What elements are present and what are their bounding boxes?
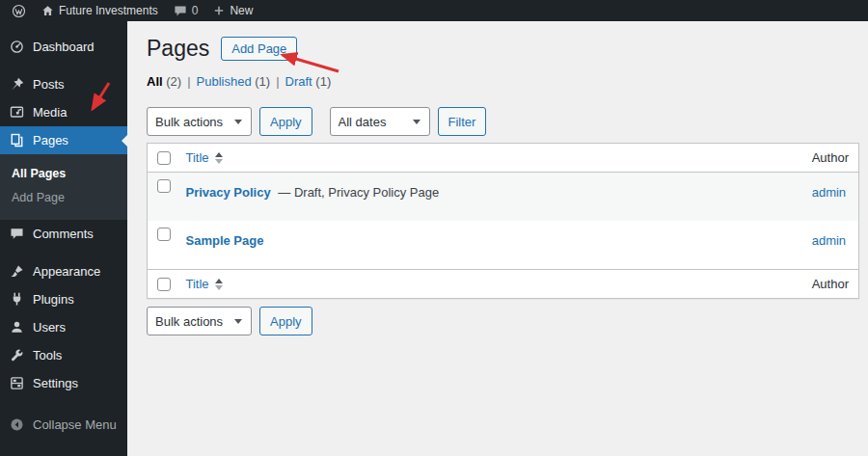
sidebar-item-label: Pages — [33, 134, 68, 148]
new-label: New — [230, 4, 253, 17]
table-row: Privacy Policy — Draft, Privacy Policy P… — [148, 173, 859, 222]
sidebar-item-label: Plugins — [33, 293, 74, 307]
users-icon — [10, 320, 24, 335]
filter-published-count: (1) — [255, 74, 270, 89]
select-all-checkbox[interactable] — [157, 151, 171, 165]
sidebar-item-label: Tools — [33, 349, 62, 362]
sidebar-item-label: Settings — [33, 377, 78, 390]
filter-draft-count: (1) — [315, 74, 331, 89]
sort-indicator-icon — [215, 279, 223, 290]
pin-icon — [10, 77, 24, 92]
sidebar-item-tools[interactable]: Tools — [0, 341, 127, 369]
add-page-button[interactable]: Add Page — [221, 37, 297, 61]
admin-bar-new[interactable]: New — [205, 0, 260, 21]
column-author-footer: Author — [802, 270, 859, 299]
sidebar-item-users[interactable]: Users — [0, 313, 127, 341]
table-row: Sample Page admin — [148, 221, 859, 270]
column-title-header: Title — [176, 144, 802, 173]
table-footer-row: Title Author — [148, 270, 859, 299]
filter-separator: | — [276, 74, 279, 89]
plugin-icon — [10, 292, 24, 307]
filter-button[interactable]: Filter — [438, 107, 487, 136]
sidebar-item-media[interactable]: Media — [0, 98, 127, 126]
row-checkbox[interactable] — [157, 179, 171, 193]
tools-icon — [10, 348, 24, 362]
sidebar-item-label: Media — [33, 106, 67, 120]
filter-all-label: All — [147, 74, 163, 89]
sidebar-item-comments[interactable]: Comments — [0, 220, 127, 248]
filter-published-link[interactable]: Published (1) — [197, 74, 271, 89]
row-title-cell: Sample Page — [176, 221, 802, 270]
sidebar-item-label: Posts — [33, 78, 65, 92]
filter-separator: | — [187, 74, 190, 89]
comments-count: 0 — [192, 4, 199, 17]
sidebar-item-dashboard[interactable]: Dashboard — [0, 33, 127, 61]
page-title-link[interactable]: Sample Page — [186, 233, 264, 248]
collapse-arrow-icon — [10, 417, 24, 432]
page-title: Pages — [147, 37, 209, 61]
table-header-row: Title Author — [148, 144, 859, 173]
title-sort-link[interactable]: Title — [186, 150, 223, 165]
sort-indicator-icon — [215, 152, 223, 164]
column-author-header: Author — [802, 144, 859, 173]
admin-bar-comments[interactable]: 0 — [166, 0, 206, 21]
site-name: Future Investments — [59, 4, 158, 17]
filter-draft-link[interactable]: Draft (1) — [285, 74, 332, 89]
comments-icon — [10, 227, 24, 241]
collapse-menu-label: Collapse Menu — [33, 418, 117, 432]
sidebar-item-label: Dashboard — [33, 40, 95, 54]
pages-icon — [10, 133, 24, 148]
author-link[interactable]: admin — [812, 233, 846, 248]
bulk-actions-select[interactable]: Bulk actions — [147, 107, 252, 136]
filter-all-link[interactable]: All (2) — [147, 74, 181, 89]
sidebar-item-settings[interactable]: Settings — [0, 369, 127, 397]
visit-site-link[interactable]: Future Investments — [34, 0, 166, 21]
sidebar-item-label: Comments — [33, 228, 94, 241]
post-state-label: — Draft, Privacy Policy Page — [278, 185, 439, 200]
submenu-item-all-pages[interactable]: All Pages — [0, 162, 127, 186]
title-sort-link[interactable]: Title — [186, 277, 223, 291]
media-icon — [10, 105, 24, 120]
row-checkbox[interactable] — [157, 228, 171, 241]
sidebar-item-pages[interactable]: Pages — [0, 126, 127, 154]
comment-bubble-icon — [174, 5, 187, 17]
home-icon — [41, 5, 54, 17]
sidebar-item-plugins[interactable]: Plugins — [0, 285, 127, 313]
select-all-checkbox[interactable] — [157, 278, 171, 291]
page-title-link[interactable]: Privacy Policy — [186, 185, 271, 200]
sidebar-item-label: Users — [33, 321, 66, 335]
title-column-label: Title — [186, 277, 209, 291]
apply-button[interactable]: Apply — [259, 107, 312, 136]
filter-all-count: (2) — [166, 74, 181, 89]
pages-table: Title Author Privacy Policy — Draft, Pri… — [147, 143, 859, 299]
settings-icon — [10, 376, 24, 390]
title-column-label: Title — [186, 150, 209, 165]
sidebar-item-appearance[interactable]: Appearance — [0, 257, 127, 285]
status-filter-links: All (2) | Published (1) | Draft (1) — [147, 74, 859, 89]
content-area: Pages Add Page All (2) | Published (1) |… — [127, 21, 868, 456]
admin-bar: Future Investments 0 New — [0, 0, 868, 21]
wordpress-logo[interactable] — [4, 0, 34, 21]
filter-published-label: Published — [197, 74, 252, 89]
dates-select-wrap: All dates — [330, 107, 430, 136]
appearance-icon — [10, 264, 24, 279]
filter-draft-label: Draft — [285, 74, 312, 89]
bulk-actions-select-wrap: Bulk actions — [147, 107, 252, 136]
plus-icon — [213, 5, 225, 16]
sidebar-item-posts[interactable]: Posts — [0, 70, 127, 98]
sidebar-item-label: Appearance — [33, 265, 100, 279]
bulk-actions-select-bottom[interactable]: Bulk actions — [147, 307, 252, 335]
column-title-footer: Title — [176, 270, 802, 299]
bulk-actions-select-wrap: Bulk actions — [147, 307, 252, 335]
pages-submenu: All Pages Add Page — [0, 154, 127, 220]
wordpress-icon — [12, 4, 26, 18]
dashboard-icon — [10, 40, 24, 54]
author-link[interactable]: admin — [812, 185, 846, 200]
table-toolbar-bottom: Bulk actions Apply — [147, 307, 859, 335]
submenu-item-add-page[interactable]: Add Page — [0, 186, 127, 210]
admin-sidebar: Dashboard Posts Media Pages All Pages Ad… — [0, 21, 127, 456]
all-dates-select[interactable]: All dates — [330, 107, 430, 136]
apply-button-bottom[interactable]: Apply — [259, 307, 312, 335]
row-title-cell: Privacy Policy — Draft, Privacy Policy P… — [176, 173, 802, 222]
collapse-menu-button[interactable]: Collapse Menu — [0, 411, 127, 439]
